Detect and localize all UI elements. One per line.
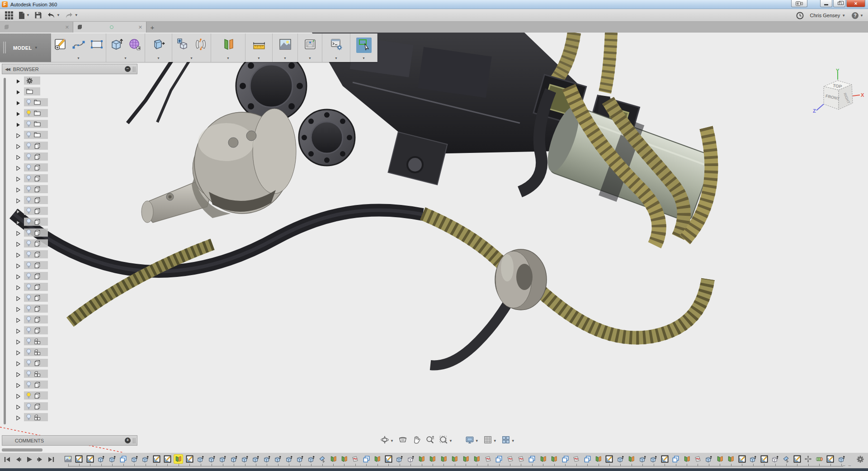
apps-grid-button[interactable]	[5, 10, 14, 20]
browser-item-chip[interactable]	[24, 315, 48, 324]
timeline-feature-extrude-icon[interactable]	[749, 455, 757, 463]
browser-item-chip[interactable]	[24, 185, 48, 193]
horizontal-scrollbar[interactable]	[2, 448, 42, 452]
timeline-feature-plane-icon[interactable]	[450, 455, 459, 463]
timeline-feature-extrude-icon[interactable]	[704, 455, 713, 463]
remove-icon[interactable]: −	[125, 66, 131, 72]
timeline-feature-sketch-icon[interactable]	[163, 455, 172, 463]
save-button[interactable]	[34, 10, 42, 20]
visibility-bulb-icon[interactable]	[26, 349, 31, 356]
browser-item-chip[interactable]	[24, 98, 48, 106]
timeline-feature-extrude-icon[interactable]	[296, 455, 304, 463]
browser-item-chip[interactable]	[24, 337, 48, 345]
timeline-feature-project-icon[interactable]	[506, 455, 514, 463]
visibility-bulb-icon[interactable]	[26, 229, 31, 236]
redo-button[interactable]: ▼	[65, 10, 78, 20]
timeline-feature-plane-icon[interactable]	[472, 455, 481, 463]
ribbon-menu-create[interactable]: ▼	[124, 55, 127, 62]
expand-arrow-icon[interactable]	[15, 176, 21, 181]
expand-arrow-icon[interactable]	[15, 78, 21, 83]
expand-arrow-icon[interactable]	[15, 306, 21, 311]
timeline-feature-extrude-icon[interactable]	[230, 455, 238, 463]
expand-arrow-icon[interactable]	[15, 208, 21, 214]
visibility-bulb-icon[interactable]	[26, 360, 31, 366]
expand-arrow-icon[interactable]	[15, 414, 21, 420]
expand-arrow-icon[interactable]	[15, 89, 21, 94]
ribbon-menu-modify[interactable]: ▼	[157, 55, 160, 62]
timeline-feature-pattern-icon[interactable]	[561, 455, 570, 463]
timeline-feature-extrude-icon[interactable]	[196, 455, 205, 463]
expand-arrow-icon[interactable]	[15, 100, 21, 105]
ribbon-menu-sketch[interactable]: ▼	[77, 55, 80, 62]
visibility-bulb-icon[interactable]	[26, 327, 31, 334]
browser-panel-header[interactable]: ◀◀ BROWSER −	[2, 64, 137, 74]
expand-arrow-icon[interactable]	[15, 165, 21, 170]
expand-arrow-icon[interactable]	[15, 230, 21, 235]
ribbon-menu-select[interactable]: ▼	[362, 55, 365, 62]
browser-item-chip[interactable]	[24, 218, 48, 226]
timeline-feature-plane-icon[interactable]	[594, 455, 603, 463]
visibility-bulb-icon[interactable]	[26, 186, 31, 193]
timeline-feature-extrude-icon[interactable]	[241, 455, 249, 463]
scripts-addins-tool-button[interactable]	[329, 38, 344, 53]
timeline-feature-plane-icon[interactable]	[726, 455, 735, 463]
expand-arrow-icon[interactable]	[15, 186, 21, 192]
zoom-button[interactable]	[424, 434, 436, 447]
document-tab-2[interactable]: ✕	[73, 22, 146, 33]
timeline-feature-revolve-icon[interactable]	[815, 455, 824, 463]
visibility-bulb-icon[interactable]	[26, 392, 31, 399]
select-tool-button[interactable]	[356, 38, 372, 53]
expand-arrow-icon[interactable]	[15, 273, 21, 279]
timeline-feature-sketch-icon[interactable]	[86, 455, 94, 463]
timeline-feature-extrude-white-icon[interactable]	[406, 455, 415, 463]
timeline-feature-sketch-icon[interactable]	[384, 455, 393, 463]
timeline-feature-extrude-icon[interactable]	[263, 455, 271, 463]
browser-item-chip[interactable]	[24, 261, 48, 269]
timeline-feature-plane-icon[interactable]	[462, 455, 470, 463]
browser-item-chip[interactable]	[24, 391, 48, 400]
timeline-feature-extrude-icon[interactable]	[307, 455, 316, 463]
ribbon-menu-make[interactable]: ▼	[308, 55, 311, 62]
insert-image-tool-button[interactable]	[278, 38, 293, 53]
browser-item-chip[interactable]	[24, 207, 48, 215]
visibility-bulb-icon[interactable]	[26, 262, 31, 269]
expand-arrow-icon[interactable]	[15, 132, 21, 138]
expand-arrow-icon[interactable]	[15, 317, 21, 322]
orbit-button[interactable]: ▼	[379, 434, 395, 447]
collapse-panel-icon[interactable]: ◀◀	[5, 67, 9, 71]
browser-item-chip[interactable]	[24, 131, 48, 139]
browser-item-chip[interactable]	[24, 304, 48, 313]
restore-button[interactable]	[833, 0, 845, 7]
timeline-feature-move-icon[interactable]	[804, 455, 812, 463]
add-comment-icon[interactable]: +	[125, 438, 131, 443]
expand-arrow-icon[interactable]	[15, 338, 21, 344]
browser-item-chip[interactable]	[24, 228, 48, 237]
timeline-feature-plane-icon[interactable]	[550, 455, 558, 463]
ribbon-menu-construct[interactable]: ▼	[226, 55, 230, 62]
expand-arrow-icon[interactable]	[15, 328, 21, 333]
display-switch-button[interactable]	[791, 0, 807, 7]
visibility-bulb-icon[interactable]	[26, 381, 31, 388]
timeline-feature-plane-icon[interactable]	[627, 455, 636, 463]
close-tab-icon[interactable]: ✕	[65, 24, 69, 30]
expand-arrow-icon[interactable]	[15, 262, 21, 268]
browser-item-chip[interactable]	[24, 152, 48, 161]
timeline-feature-extrude-white-icon[interactable]	[771, 455, 779, 463]
ribbon-menu-inspect[interactable]: ▼	[257, 55, 260, 62]
timeline-feature-fillet-icon[interactable]	[318, 455, 326, 463]
timeline-feature-plane-icon[interactable]	[683, 455, 691, 463]
browser-item-chip[interactable]	[24, 370, 48, 378]
expand-arrow-icon[interactable]	[15, 154, 21, 159]
panel-grip[interactable]	[133, 438, 135, 443]
timeline-feature-extrude-icon[interactable]	[208, 455, 216, 463]
display-settings-button[interactable]: ▼	[464, 434, 480, 447]
expand-arrow-icon[interactable]	[15, 110, 21, 116]
browser-item-chip[interactable]	[24, 239, 48, 247]
grid-settings-button[interactable]: ▼	[482, 434, 498, 447]
timeline-feature-extrude-icon[interactable]	[97, 455, 105, 463]
timeline-feature-pattern-icon[interactable]	[528, 455, 536, 463]
document-tab-1[interactable]: ✕	[0, 22, 73, 33]
expand-arrow-icon[interactable]	[15, 382, 21, 387]
browser-item-chip[interactable]	[24, 283, 48, 291]
browser-item-chip[interactable]	[24, 348, 48, 356]
